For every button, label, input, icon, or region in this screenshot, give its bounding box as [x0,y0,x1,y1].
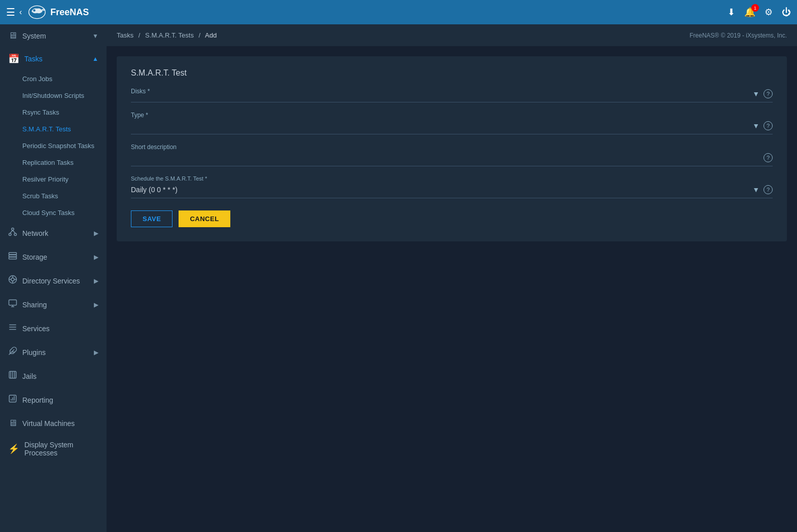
directory-services-arrow-icon: ▶ [94,277,98,285]
sidebar-item-smart-tests[interactable]: S.M.A.R.T. Tests [0,121,107,137]
sidebar-item-display-system-processes[interactable]: ⚡ Display System Processes [0,435,107,463]
sidebar-item-cron-jobs[interactable]: Cron Jobs [0,70,107,87]
svg-rect-16 [9,300,17,305]
schedule-label: Schedule the S.M.A.R.T. Test * [131,175,773,182]
storage-icon [8,251,17,263]
tasks-collapse-icon: ▲ [92,55,98,62]
type-field-row: ▼ ? [131,120,773,134]
short-description-field: Short description ? [131,144,773,166]
breadcrumb-smart-tests-link[interactable]: S.M.A.R.T. Tests [145,31,194,39]
sidebar-item-directory-services[interactable]: Directory Services ▶ [0,269,107,293]
short-description-input[interactable] [131,152,759,164]
plugins-icon [8,346,17,358]
freenas-logo-icon [28,3,46,21]
short-description-field-row: ? [131,152,773,166]
sidebar-item-sharing[interactable]: Sharing ▶ [0,293,107,316]
breadcrumb-sep-1: / [138,31,141,39]
type-label: Type * [131,112,773,119]
short-description-help-icon[interactable]: ? [764,153,773,162]
tasks-icon: 📅 [8,53,19,64]
display-system-icon: ⚡ [8,443,19,454]
sidebar-item-init-shutdown[interactable]: Init/Shutdown Scripts [0,87,107,104]
smart-test-form-card: S.M.A.R.T. Test ▼ ? Disks * Type * [117,56,787,241]
form-title: S.M.A.R.T. Test [131,68,773,78]
sidebar-item-reporting[interactable]: Reporting [0,388,107,412]
sidebar-item-system[interactable]: 🖥 System ▼ [0,24,107,47]
settings-icon[interactable]: ⚙ [765,7,773,18]
schedule-field: Schedule the S.M.A.R.T. Test * Daily (0 … [131,175,773,198]
sidebar-item-cloud-sync-tasks[interactable]: Cloud Sync Tasks [0,204,107,221]
sidebar-item-jails[interactable]: Jails [0,364,107,388]
chevron-down-icon: ▼ [92,32,98,40]
svg-line-6 [13,230,15,233]
schedule-dropdown-icon[interactable]: ▼ [752,186,759,194]
sidebar: 🖥 System ▼ 📅 Tasks ▲ Cron Jobs Init/Shut… [0,24,107,532]
cancel-button[interactable]: CANCEL [179,210,230,227]
breadcrumb-path: Tasks / S.M.A.R.T. Tests / Add [117,31,217,39]
svg-point-4 [14,233,17,236]
type-select[interactable] [131,120,750,132]
type-dropdown-icon[interactable]: ▼ [752,122,759,130]
sharing-icon [8,299,17,310]
form-buttons: SAVE CANCEL [131,210,773,227]
sidebar-item-services[interactable]: Services [0,316,107,340]
top-navigation: ☰ ‹ FreeNAS ⬇ 🔔 1 ⚙ ⏻ [0,0,797,24]
disks-field: ▼ ? Disks * [131,88,773,102]
reporting-icon [8,394,17,406]
topnav-actions: ⬇ 🔔 1 ⚙ ⏻ [727,7,791,18]
svg-point-1 [33,9,36,12]
main-content: Tasks / S.M.A.R.T. Tests / Add FreeNAS® … [107,24,797,532]
network-arrow-icon: ▶ [94,230,98,237]
power-icon[interactable]: ⏻ [782,7,791,18]
system-icon: 🖥 [8,30,17,41]
notifications-icon[interactable]: 🔔 1 [744,7,755,18]
logo: FreeNAS [28,3,119,21]
svg-point-2 [12,228,14,231]
svg-line-5 [10,230,13,233]
sidebar-item-tasks[interactable]: 📅 Tasks ▲ [0,47,107,70]
sidebar-item-storage[interactable]: Storage ▶ [0,245,107,269]
copyright-text: FreeNAS® © 2019 - iXsystems, Inc. [689,32,787,39]
breadcrumb-sep-2: / [199,31,201,39]
disks-help-icon[interactable]: ? [764,89,773,98]
schedule-select[interactable]: Daily (0 0 * * *) [131,184,750,196]
sidebar-item-periodic-snapshot[interactable]: Periodic Snapshot Tasks [0,137,107,154]
schedule-field-row: Daily (0 0 * * *) ▼ ? [131,184,773,198]
short-description-label: Short description [131,144,773,151]
sharing-arrow-icon: ▶ [94,301,98,308]
disks-dropdown-icon[interactable]: ▼ [752,90,759,98]
network-icon [8,227,17,239]
sidebar-item-scrub-tasks[interactable]: Scrub Tasks [0,188,107,204]
download-icon[interactable]: ⬇ [727,7,735,18]
directory-services-icon [8,275,17,287]
disks-select[interactable] [131,88,750,100]
svg-rect-7 [9,253,17,255]
breadcrumb-tasks-link[interactable]: Tasks [117,31,133,39]
schedule-help-icon[interactable]: ? [764,185,773,194]
svg-rect-8 [9,255,17,257]
svg-point-11 [11,278,14,281]
back-icon[interactable]: ‹ [19,8,22,17]
sidebar-item-rsync-tasks[interactable]: Rsync Tasks [0,104,107,121]
svg-point-3 [9,233,12,236]
hamburger-menu-icon[interactable]: ☰ [6,6,15,18]
type-help-icon[interactable]: ? [764,121,773,130]
save-button[interactable]: SAVE [131,210,172,227]
breadcrumb: Tasks / S.M.A.R.T. Tests / Add FreeNAS® … [107,24,797,46]
sidebar-item-plugins[interactable]: Plugins ▶ [0,340,107,364]
type-field: Type * ▼ ? [131,112,773,134]
jails-icon [8,370,17,382]
disks-field-row: ▼ ? [131,88,773,102]
sidebar-item-network[interactable]: Network ▶ [0,221,107,245]
storage-arrow-icon: ▶ [94,254,98,261]
svg-rect-9 [9,257,17,259]
sidebar-item-resilver-priority[interactable]: Resilver Priority [0,171,107,188]
breadcrumb-current: Add [205,31,217,39]
services-icon [8,323,17,334]
sidebar-item-replication-tasks[interactable]: Replication Tasks [0,154,107,171]
virtual-machines-icon: 🖥 [8,418,17,429]
notification-badge: 1 [751,4,759,12]
plugins-arrow-icon: ▶ [94,349,98,356]
sidebar-item-virtual-machines[interactable]: 🖥 Virtual Machines [0,412,107,435]
main-layout: 🖥 System ▼ 📅 Tasks ▲ Cron Jobs Init/Shut… [0,24,797,532]
